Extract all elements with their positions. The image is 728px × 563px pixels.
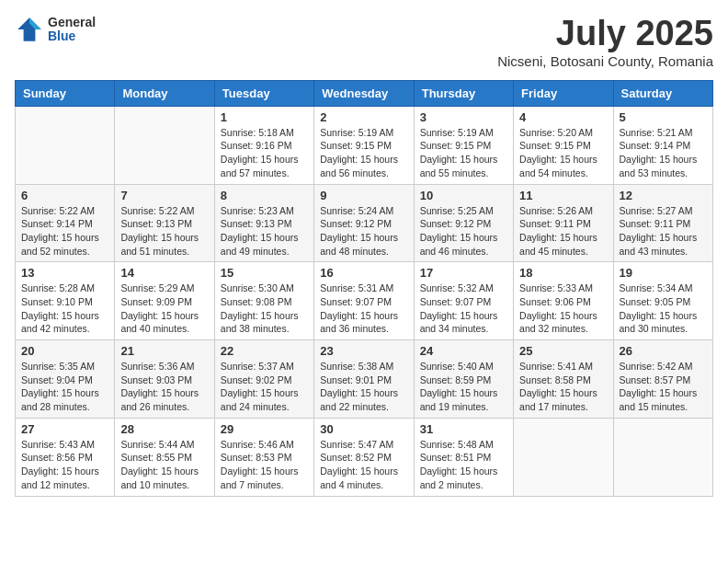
day-number: 30: [320, 422, 407, 436]
cell-details: Sunrise: 5:27 AMSunset: 9:11 PMDaylight:…: [620, 204, 707, 259]
cell-5-2: 28Sunrise: 5:44 AMSunset: 8:55 PMDayligh…: [115, 418, 214, 496]
cell-3-1: 13Sunrise: 5:28 AMSunset: 9:10 PMDayligh…: [16, 262, 115, 340]
week-row-5: 27Sunrise: 5:43 AMSunset: 8:56 PMDayligh…: [16, 418, 713, 496]
day-number: 1: [221, 110, 308, 124]
cell-2-5: 10Sunrise: 5:25 AMSunset: 9:12 PMDayligh…: [414, 184, 513, 262]
day-number: 18: [519, 266, 607, 280]
day-number: 24: [420, 344, 507, 358]
location-subtitle: Nicseni, Botosani County, Romania: [497, 53, 713, 69]
header-row: Sunday Monday Tuesday Wednesday Thursday…: [16, 80, 713, 106]
day-number: 14: [120, 266, 208, 280]
cell-2-6: 11Sunrise: 5:26 AMSunset: 9:11 PMDayligh…: [514, 184, 613, 262]
day-number: 15: [221, 266, 308, 280]
day-number: 13: [21, 266, 108, 280]
cell-details: Sunrise: 5:46 AMSunset: 8:53 PMDaylight:…: [221, 438, 308, 492]
cell-5-7: [613, 418, 712, 496]
day-number: 10: [420, 189, 507, 202]
page-header: General Blue July 2025 Nicseni, Botosani…: [15, 15, 713, 69]
week-row-2: 6Sunrise: 5:22 AMSunset: 9:14 PMDaylight…: [16, 184, 713, 262]
cell-1-7: 5Sunrise: 5:21 AMSunset: 9:14 PMDaylight…: [613, 106, 712, 184]
cell-details: Sunrise: 5:44 AMSunset: 8:55 PMDaylight:…: [120, 438, 208, 492]
cell-details: Sunrise: 5:19 AMSunset: 9:15 PMDaylight:…: [320, 126, 407, 180]
cell-4-2: 21Sunrise: 5:36 AMSunset: 9:03 PMDayligh…: [115, 340, 214, 419]
cell-details: Sunrise: 5:43 AMSunset: 8:56 PMDaylight:…: [21, 438, 108, 492]
logo-blue-text: Blue: [48, 29, 96, 43]
day-number: 28: [120, 422, 208, 436]
day-number: 12: [620, 189, 707, 202]
cell-details: Sunrise: 5:26 AMSunset: 9:11 PMDaylight:…: [519, 204, 607, 259]
cell-4-6: 25Sunrise: 5:41 AMSunset: 8:58 PMDayligh…: [514, 340, 613, 419]
col-friday: Friday: [514, 80, 613, 106]
logo: General Blue: [15, 15, 96, 44]
col-monday: Monday: [115, 80, 214, 106]
calendar-body: 1Sunrise: 5:18 AMSunset: 9:16 PMDaylight…: [16, 106, 713, 496]
cell-details: Sunrise: 5:47 AMSunset: 8:52 PMDaylight:…: [320, 438, 407, 492]
logo-text: General Blue: [48, 16, 96, 44]
col-saturday: Saturday: [613, 80, 712, 106]
cell-4-3: 22Sunrise: 5:37 AMSunset: 9:02 PMDayligh…: [214, 340, 313, 419]
cell-details: Sunrise: 5:24 AMSunset: 9:12 PMDaylight:…: [320, 204, 407, 259]
month-title: July 2025: [497, 15, 713, 53]
cell-details: Sunrise: 5:41 AMSunset: 8:58 PMDaylight:…: [519, 360, 607, 414]
day-number: 11: [519, 189, 607, 202]
col-wednesday: Wednesday: [314, 80, 414, 106]
day-number: 29: [221, 422, 308, 436]
cell-4-5: 24Sunrise: 5:40 AMSunset: 8:59 PMDayligh…: [414, 340, 513, 419]
logo-general-text: General: [48, 16, 96, 29]
cell-2-3: 8Sunrise: 5:23 AMSunset: 9:13 PMDaylight…: [214, 184, 313, 262]
cell-details: Sunrise: 5:31 AMSunset: 9:07 PMDaylight:…: [320, 282, 407, 336]
cell-1-1: [16, 106, 115, 184]
day-number: 5: [620, 110, 707, 124]
cell-details: Sunrise: 5:21 AMSunset: 9:14 PMDaylight:…: [620, 126, 707, 180]
cell-2-4: 9Sunrise: 5:24 AMSunset: 9:12 PMDaylight…: [314, 184, 414, 262]
cell-details: Sunrise: 5:34 AMSunset: 9:05 PMDaylight:…: [620, 282, 707, 336]
day-number: 20: [21, 344, 108, 358]
cell-3-5: 17Sunrise: 5:32 AMSunset: 9:07 PMDayligh…: [414, 262, 513, 340]
day-number: 9: [320, 189, 407, 202]
day-number: 26: [620, 344, 707, 358]
cell-5-4: 30Sunrise: 5:47 AMSunset: 8:52 PMDayligh…: [314, 418, 414, 496]
cell-4-4: 23Sunrise: 5:38 AMSunset: 9:01 PMDayligh…: [314, 340, 414, 419]
cell-4-1: 20Sunrise: 5:35 AMSunset: 9:04 PMDayligh…: [16, 340, 115, 419]
day-number: 31: [420, 422, 507, 436]
day-number: 27: [21, 422, 108, 436]
cell-details: Sunrise: 5:37 AMSunset: 9:02 PMDaylight:…: [221, 360, 308, 414]
day-number: 3: [420, 110, 507, 124]
cell-details: Sunrise: 5:42 AMSunset: 8:57 PMDaylight:…: [620, 360, 707, 414]
day-number: 19: [620, 266, 707, 280]
cell-3-4: 16Sunrise: 5:31 AMSunset: 9:07 PMDayligh…: [314, 262, 414, 340]
calendar-table: Sunday Monday Tuesday Wednesday Thursday…: [15, 80, 713, 497]
cell-3-7: 19Sunrise: 5:34 AMSunset: 9:05 PMDayligh…: [613, 262, 712, 340]
cell-details: Sunrise: 5:23 AMSunset: 9:13 PMDaylight:…: [221, 204, 308, 259]
day-number: 7: [120, 189, 208, 202]
cell-1-4: 2Sunrise: 5:19 AMSunset: 9:15 PMDaylight…: [314, 106, 414, 184]
day-number: 16: [320, 266, 407, 280]
day-number: 25: [519, 344, 607, 358]
col-sunday: Sunday: [16, 80, 115, 106]
day-number: 8: [221, 189, 308, 202]
cell-5-1: 27Sunrise: 5:43 AMSunset: 8:56 PMDayligh…: [16, 418, 115, 496]
cell-details: Sunrise: 5:30 AMSunset: 9:08 PMDaylight:…: [221, 282, 308, 336]
cell-3-6: 18Sunrise: 5:33 AMSunset: 9:06 PMDayligh…: [514, 262, 613, 340]
cell-1-6: 4Sunrise: 5:20 AMSunset: 9:15 PMDaylight…: [514, 106, 613, 184]
cell-details: Sunrise: 5:19 AMSunset: 9:15 PMDaylight:…: [420, 126, 507, 180]
cell-details: Sunrise: 5:36 AMSunset: 9:03 PMDaylight:…: [120, 360, 208, 414]
cell-details: Sunrise: 5:20 AMSunset: 9:15 PMDaylight:…: [519, 126, 607, 180]
day-number: 6: [21, 189, 108, 202]
cell-5-3: 29Sunrise: 5:46 AMSunset: 8:53 PMDayligh…: [214, 418, 313, 496]
cell-details: Sunrise: 5:32 AMSunset: 9:07 PMDaylight:…: [420, 282, 507, 336]
cell-details: Sunrise: 5:28 AMSunset: 9:10 PMDaylight:…: [21, 282, 108, 336]
cell-details: Sunrise: 5:22 AMSunset: 9:14 PMDaylight:…: [21, 204, 108, 259]
cell-2-7: 12Sunrise: 5:27 AMSunset: 9:11 PMDayligh…: [613, 184, 712, 262]
day-number: 4: [519, 110, 607, 124]
cell-1-5: 3Sunrise: 5:19 AMSunset: 9:15 PMDaylight…: [414, 106, 513, 184]
calendar-header: Sunday Monday Tuesday Wednesday Thursday…: [16, 80, 713, 106]
cell-details: Sunrise: 5:48 AMSunset: 8:51 PMDaylight:…: [420, 438, 507, 492]
cell-2-1: 6Sunrise: 5:22 AMSunset: 9:14 PMDaylight…: [16, 184, 115, 262]
col-thursday: Thursday: [414, 80, 513, 106]
cell-details: Sunrise: 5:33 AMSunset: 9:06 PMDaylight:…: [519, 282, 607, 336]
cell-details: Sunrise: 5:29 AMSunset: 9:09 PMDaylight:…: [120, 282, 208, 336]
cell-1-3: 1Sunrise: 5:18 AMSunset: 9:16 PMDaylight…: [214, 106, 313, 184]
cell-4-7: 26Sunrise: 5:42 AMSunset: 8:57 PMDayligh…: [613, 340, 712, 419]
week-row-1: 1Sunrise: 5:18 AMSunset: 9:16 PMDaylight…: [16, 106, 713, 184]
